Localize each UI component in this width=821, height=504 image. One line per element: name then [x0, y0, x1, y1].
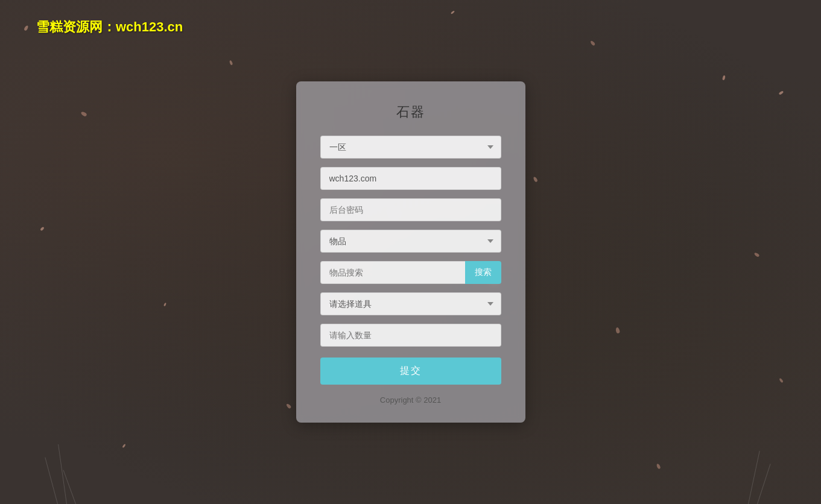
server-select-group: 一区 二区 三区 — [320, 136, 501, 159]
tool-select[interactable]: 请选择道具 — [320, 292, 501, 315]
submit-group: 提交 — [320, 355, 501, 385]
password-group — [320, 198, 501, 221]
item-category-select[interactable]: 物品 武器 防具 药品 — [320, 230, 501, 253]
account-input[interactable] — [320, 167, 501, 190]
quantity-group — [320, 324, 501, 347]
search-button[interactable]: 搜索 — [465, 261, 501, 284]
quantity-input[interactable] — [320, 324, 501, 347]
item-category-group: 物品 武器 防具 药品 — [320, 230, 501, 253]
item-search-group: 搜索 — [320, 261, 501, 284]
tool-select-group: 请选择道具 — [320, 292, 501, 315]
item-search-input[interactable] — [320, 261, 465, 284]
password-input[interactable] — [320, 198, 501, 221]
copyright-text: Copyright © 2021 — [320, 395, 501, 405]
login-card-wrapper: 石器 一区 二区 三区 物品 武器 防具 药品 搜索 — [296, 81, 525, 423]
server-select[interactable]: 一区 二区 三区 — [320, 136, 501, 159]
login-card: 石器 一区 二区 三区 物品 武器 防具 药品 搜索 — [296, 81, 525, 423]
account-group — [320, 167, 501, 190]
watermark-text: 雪糕资源网：wch123.cn — [36, 18, 183, 36]
page-title: 石器 — [320, 103, 501, 121]
submit-button[interactable]: 提交 — [320, 358, 501, 385]
